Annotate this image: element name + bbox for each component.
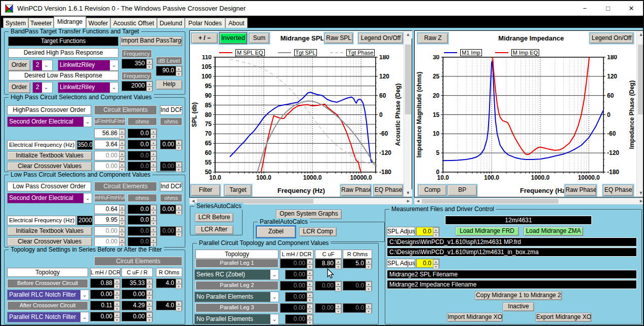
spl-legend-toggle-button[interactable]: Legend On/Off bbox=[358, 33, 403, 44]
lp-c2-spinner[interactable]: 9.95▲▼ bbox=[94, 215, 126, 225]
lcr-after-button[interactable]: LCR After bbox=[195, 225, 233, 234]
spin-down-icon[interactable]: ▼ bbox=[114, 284, 120, 289]
tab-about[interactable]: About bbox=[225, 18, 248, 28]
spin-down-icon[interactable]: ▼ bbox=[433, 232, 439, 237]
spin-up-icon[interactable]: ▲ bbox=[366, 304, 372, 309]
pt-combo2-spinner[interactable]: 0.00▲▼ bbox=[285, 292, 313, 302]
raw-spl-button[interactable]: Raw SPL bbox=[325, 33, 353, 44]
lp-dcr1-spinner[interactable]: 0.00▲▼ bbox=[160, 205, 182, 214]
export-midrange-xo-button[interactable]: Export Midrange XO bbox=[536, 313, 591, 322]
spin-up-icon[interactable]: ▲ bbox=[176, 66, 182, 71]
pt-combo1-spinner[interactable]: 0.00▲▼ bbox=[285, 270, 313, 279]
scrollbar-thumb[interactable] bbox=[422, 199, 558, 203]
spin-up-icon[interactable]: ▲ bbox=[150, 151, 156, 156]
spl-adjust2-spinner[interactable]: 0.0▲▼ bbox=[416, 259, 439, 268]
minimize-icon[interactable]: − bbox=[573, 1, 596, 16]
st-r3-l-spinner[interactable]: 0.00▲▼ bbox=[90, 312, 120, 321]
tab-midrange[interactable]: Midrange bbox=[54, 16, 86, 28]
spin-up-icon[interactable]: ▲ bbox=[119, 216, 125, 221]
hp-clear-crossover-button[interactable]: Clear Crossover Values bbox=[7, 162, 92, 171]
spin-up-icon[interactable]: ▲ bbox=[335, 304, 341, 309]
st-r1-c-spinner[interactable]: 0.00▲▼ bbox=[122, 290, 153, 299]
sum-button[interactable]: Sum bbox=[249, 33, 269, 44]
imp-raw-phase-button[interactable]: Raw Phase bbox=[565, 185, 596, 196]
spin-down-icon[interactable]: ▼ bbox=[433, 264, 439, 269]
lp-r3-spinner[interactable]: 0.0▲▼ bbox=[128, 226, 157, 236]
st-r0-c-spinner[interactable]: 35.33▲▼ bbox=[122, 278, 153, 288]
chevron-down-icon[interactable]: ⌄ bbox=[270, 270, 278, 279]
hp-r4-spinner[interactable]: 0.0▲▼ bbox=[128, 161, 157, 171]
lcr-comp-button[interactable]: LCR Comp bbox=[299, 227, 337, 236]
spin-down-icon[interactable]: ▼ bbox=[119, 210, 125, 215]
spin-up-icon[interactable]: ▲ bbox=[366, 259, 372, 264]
spin-up-icon[interactable]: ▲ bbox=[146, 301, 152, 306]
spin-up-icon[interactable]: ▲ bbox=[114, 312, 120, 317]
pt-leg3-l-spinner[interactable]: 0.00▲▼ bbox=[280, 303, 313, 313]
load-midrange-zma-button[interactable]: Load Midrange ZMA bbox=[524, 227, 583, 236]
parallel-leg3-combo[interactable]: No Parallel Elements⌄ bbox=[194, 314, 279, 324]
spin-down-icon[interactable]: ▼ bbox=[176, 284, 182, 289]
pt-combo3-spinner[interactable]: 0.00▲▼ bbox=[285, 314, 313, 324]
spin-down-icon[interactable]: ▼ bbox=[307, 309, 313, 314]
spin-up-icon[interactable]: ▲ bbox=[146, 82, 152, 87]
spin-up-icon[interactable]: ▲ bbox=[335, 281, 341, 287]
close-icon[interactable]: ✕ bbox=[620, 1, 643, 16]
chevron-down-icon[interactable]: ⌄ bbox=[110, 83, 118, 93]
st-r1-l-spinner[interactable]: 0.00▲▼ bbox=[90, 290, 120, 299]
lp-dcr3-spinner[interactable]: 0.00▲▼ bbox=[160, 226, 182, 236]
lp-r4-spinner[interactable]: 0.0▲▼ bbox=[128, 237, 157, 247]
lp-r2-spinner[interactable]: 0.0▲▼ bbox=[128, 215, 157, 225]
lp-order-combo[interactable]: 2⌄ bbox=[32, 82, 53, 93]
spin-up-icon[interactable]: ▲ bbox=[150, 140, 156, 145]
filter-button[interactable]: Filter bbox=[191, 185, 220, 196]
pt-leg3-c-spinner[interactable]: 0.00▲▼ bbox=[315, 303, 342, 313]
target-button[interactable]: Target bbox=[224, 185, 252, 196]
spin-down-icon[interactable]: ▼ bbox=[150, 156, 156, 161]
spin-down-icon[interactable]: ▼ bbox=[146, 87, 152, 92]
chevron-down-icon[interactable]: ⌄ bbox=[42, 60, 50, 70]
hp-l4-spinner[interactable]: 0.00▲▼ bbox=[94, 161, 126, 171]
spinner-arrows[interactable]: ▲▼ bbox=[176, 66, 182, 75]
hp-order-type-combo[interactable]: Second Order Electrical⌄ bbox=[7, 116, 92, 127]
chevron-down-icon[interactable]: ⌄ bbox=[84, 193, 92, 203]
lcr-before-button[interactable]: LCR Before bbox=[195, 213, 233, 222]
spin-up-icon[interactable]: ▲ bbox=[119, 162, 125, 167]
tab-tweeter[interactable]: Tweeter bbox=[28, 18, 54, 28]
lp-init-textbook-button[interactable]: Initialize Textbook Values bbox=[7, 227, 92, 236]
comp-button[interactable]: Comp bbox=[418, 185, 447, 196]
spin-down-icon[interactable]: ▼ bbox=[119, 221, 125, 226]
chevron-down-icon[interactable]: ⌄ bbox=[84, 117, 92, 127]
spin-down-icon[interactable]: ▼ bbox=[146, 284, 152, 289]
pt-leg1-r-spinner[interactable]: 5.0▲▼ bbox=[343, 259, 372, 268]
spin-up-icon[interactable]: ▲ bbox=[119, 140, 125, 145]
import-midrange-xo-button[interactable]: Import Midrange XO bbox=[447, 313, 503, 322]
spin-down-icon[interactable]: ▼ bbox=[366, 309, 372, 314]
chevron-down-icon[interactable]: ⌄ bbox=[42, 83, 50, 93]
tab-woofer[interactable]: Woofer bbox=[86, 18, 110, 28]
spin-down-icon[interactable]: ▼ bbox=[176, 145, 182, 150]
lp-order-type-combo[interactable]: Second Order Electrical⌄ bbox=[7, 193, 92, 203]
spin-down-icon[interactable]: ▼ bbox=[119, 145, 125, 150]
lp-r1-spinner[interactable]: 0.0▲▼ bbox=[128, 205, 157, 214]
st-r0-l-spinner[interactable]: 0.88▲▼ bbox=[90, 278, 120, 288]
spin-up-icon[interactable]: ▲ bbox=[176, 140, 182, 145]
after-notch-combo[interactable]: Parallel RLC Notch Filter⌄ bbox=[7, 312, 89, 322]
spin-down-icon[interactable]: ▼ bbox=[150, 145, 156, 150]
tab-system[interactable]: System bbox=[3, 18, 28, 28]
spin-up-icon[interactable]: ▲ bbox=[114, 279, 120, 284]
hp-r3-spinner[interactable]: 0.0▲▼ bbox=[128, 151, 157, 160]
st-r0-r-spinner[interactable]: 4.0▲▼ bbox=[156, 278, 182, 288]
spin-down-icon[interactable]: ▼ bbox=[366, 287, 372, 292]
lp-l3-spinner[interactable]: 0.00▲▼ bbox=[94, 226, 126, 236]
spin-up-icon[interactable]: ▲ bbox=[307, 259, 313, 264]
spin-up-icon[interactable]: ▲ bbox=[150, 237, 156, 242]
spin-up-icon[interactable]: ▲ bbox=[176, 227, 182, 232]
spin-up-icon[interactable]: ▲ bbox=[119, 205, 125, 210]
lp-c4-spinner[interactable]: 0.00▲▼ bbox=[94, 237, 126, 247]
imp-eq-phase-button[interactable]: EQ Phase bbox=[603, 185, 633, 196]
pt-leg1-l-spinner[interactable]: 0.00▲▼ bbox=[280, 259, 313, 268]
spin-down-icon[interactable]: ▼ bbox=[176, 232, 182, 237]
pt-leg3-r-spinner[interactable]: 0.0▲▼ bbox=[343, 303, 372, 313]
spin-up-icon[interactable]: ▲ bbox=[176, 279, 182, 284]
spin-up-icon[interactable]: ▲ bbox=[119, 237, 125, 242]
